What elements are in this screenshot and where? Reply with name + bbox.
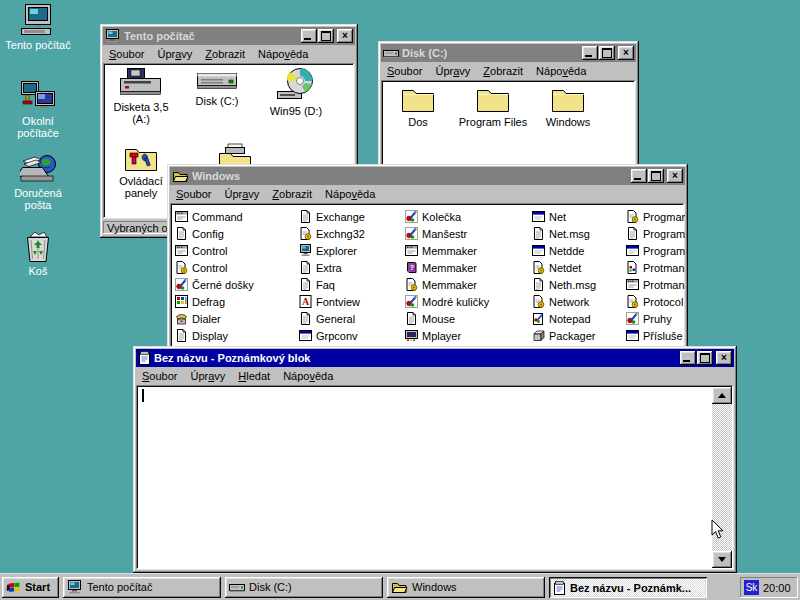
titlebar[interactable]: Disk (C:) ×	[381, 44, 636, 62]
shell-item[interactable]: Disketa 3,5 (A:)	[105, 68, 177, 125]
desktop-icon-dorucena-posta[interactable]: Doručenápošta	[2, 152, 74, 211]
menu-item-úpravy[interactable]: Úpravy	[151, 46, 199, 62]
file-item[interactable]: Grpconv	[299, 327, 405, 344]
titlebar[interactable]: Windows ×	[170, 167, 685, 185]
menu-item-úpravy[interactable]: Úpravy	[184, 368, 232, 384]
desktop-icon-okolni-pocitace[interactable]: Okolnípočítače	[2, 80, 74, 139]
setup-icon	[626, 210, 639, 223]
close-button[interactable]: ×	[667, 169, 683, 183]
file-item[interactable]: Packager	[532, 327, 626, 344]
file-item[interactable]: Defrag	[175, 293, 299, 310]
clock[interactable]: 20:00	[763, 582, 791, 594]
file-item[interactable]: Progman	[626, 208, 685, 225]
file-item[interactable]: Mplayer	[405, 327, 532, 344]
menu-item-nápověda[interactable]: Nápověda	[277, 368, 340, 384]
file-item[interactable]: Command	[175, 208, 299, 225]
file-item[interactable]: Programy	[626, 242, 685, 259]
desktop-icon-tento-pocitac[interactable]: Tento počítač	[2, 4, 74, 51]
file-item[interactable]: Modré kuličky	[405, 293, 532, 310]
shell-item[interactable]: Windows	[533, 86, 603, 128]
file-item[interactable]: Network	[532, 293, 626, 310]
close-button[interactable]: ×	[337, 29, 353, 43]
window-notepad[interactable]: Bez názvu - Poznámkový blok × SouborÚpra…	[133, 346, 737, 573]
minimize-button[interactable]	[680, 351, 696, 365]
maximize-button[interactable]	[697, 351, 713, 365]
close-button[interactable]: ×	[618, 46, 634, 60]
file-item[interactable]: Protocol	[626, 293, 685, 310]
minimize-button[interactable]	[301, 29, 317, 43]
menu-item-zobrazit[interactable]: Zobrazit	[266, 186, 319, 202]
file-item[interactable]: Faq	[299, 276, 405, 293]
file-item[interactable]: Přísluše	[626, 327, 685, 344]
file-item[interactable]: Netdde	[532, 242, 626, 259]
file-item[interactable]: Pruhy	[626, 310, 685, 327]
file-item[interactable]: Net.msg	[532, 225, 626, 242]
menu-item-hledat[interactable]: Hledat	[232, 368, 277, 384]
desktop-icon-kos[interactable]: Koš	[2, 230, 74, 277]
menu-item-nápověda[interactable]: Nápověda	[530, 63, 593, 79]
minimize-button[interactable]	[631, 169, 647, 183]
menu-item-zobrazit[interactable]: Zobrazit	[199, 46, 252, 62]
shell-item[interactable]: Dos	[383, 86, 453, 128]
file-item[interactable]: Dialer	[175, 310, 299, 327]
file-item[interactable]: Display	[175, 327, 299, 344]
menu-item-nápověda[interactable]: Nápověda	[252, 46, 315, 62]
file-item[interactable]: Netdet	[532, 259, 626, 276]
file-item[interactable]: Exchange	[299, 208, 405, 225]
file-item[interactable]: Extra	[299, 259, 405, 276]
vertical-scrollbar[interactable]	[712, 387, 732, 568]
scroll-down-button[interactable]	[712, 551, 732, 568]
file-item[interactable]: Protman	[626, 276, 685, 293]
start-button[interactable]: Start	[2, 577, 59, 598]
file-item[interactable]: General	[299, 310, 405, 327]
menu-item-soubor[interactable]: Soubor	[136, 368, 184, 384]
file-item[interactable]: Explorer	[299, 242, 405, 259]
maximize-button[interactable]	[318, 29, 334, 43]
file-item[interactable]: Neth.msg	[532, 276, 626, 293]
taskbar-button-disk-c-[interactable]: Disk (C:)	[225, 577, 383, 598]
system-tray[interactable]: Sk 20:00	[740, 577, 798, 598]
file-item[interactable]: Notepad	[532, 310, 626, 327]
taskbar: Start Tento počítačDisk (C:)WindowsBez n…	[0, 573, 800, 600]
file-item[interactable]: Protman.	[626, 259, 685, 276]
file-item[interactable]: AFontview	[299, 293, 405, 310]
menu-item-úpravy[interactable]: Úpravy	[218, 186, 266, 202]
text-area[interactable]	[136, 385, 734, 570]
maximize-button[interactable]	[648, 169, 664, 183]
maximize-button[interactable]	[599, 46, 615, 60]
file-item[interactable]: Control	[175, 242, 299, 259]
titlebar[interactable]: Tento počítač ×	[103, 27, 355, 45]
close-button[interactable]: ×	[716, 351, 732, 365]
file-item[interactable]: Kolečka	[405, 208, 532, 225]
file-item[interactable]: Memmaker	[405, 242, 532, 259]
file-item[interactable]: Manšestr	[405, 225, 532, 242]
file-item[interactable]: Černé došky	[175, 276, 299, 293]
file-item[interactable]: Memmaker	[405, 276, 532, 293]
file-item[interactable]: Control	[175, 259, 299, 276]
scroll-up-button[interactable]	[712, 387, 732, 404]
menu-item-soubor[interactable]: Soubor	[381, 63, 429, 79]
file-item[interactable]: ?Memmaker	[405, 259, 532, 276]
file-item[interactable]: Mouse	[405, 310, 532, 327]
file-item[interactable]: Programs	[626, 225, 685, 242]
taskbar-button-bez-n-zvu-pozn-mk-[interactable]: Bez názvu - Poznámk...	[549, 577, 707, 598]
taskbar-button-windows[interactable]: Windows	[387, 577, 545, 598]
bitmap-icon	[405, 210, 418, 223]
menu-item-soubor[interactable]: Soubor	[103, 46, 151, 62]
menu-item-nápověda[interactable]: Nápověda	[319, 186, 382, 202]
menu-item-úpravy[interactable]: Úpravy	[429, 63, 477, 79]
windows-flag-icon	[6, 581, 21, 594]
taskbar-button-tento-po-ta-[interactable]: Tento počítač	[63, 577, 221, 598]
file-item[interactable]: Exchng32	[299, 225, 405, 242]
file-item[interactable]: Net	[532, 208, 626, 225]
my-computer-small-icon	[67, 580, 83, 594]
keyboard-layout-indicator[interactable]: Sk	[744, 580, 759, 595]
shell-item[interactable]: Disk (C:)	[179, 68, 255, 107]
file-item[interactable]: Config	[175, 225, 299, 242]
shell-item[interactable]: Win95 (D:)	[257, 68, 335, 117]
titlebar[interactable]: Bez názvu - Poznámkový blok ×	[136, 349, 734, 367]
minimize-button[interactable]	[582, 46, 598, 60]
shell-item[interactable]: Program Files	[458, 86, 528, 128]
menu-item-soubor[interactable]: Soubor	[170, 186, 218, 202]
menu-item-zobrazit[interactable]: Zobrazit	[477, 63, 530, 79]
